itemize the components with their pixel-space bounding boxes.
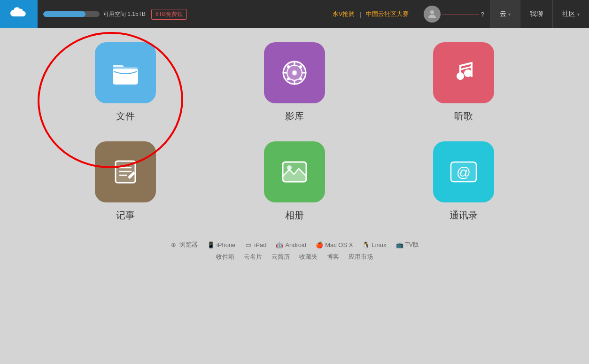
nav-divider: |: [359, 11, 361, 18]
bottom-links: ⊕ 浏览器 📱 iPhone ▭ iPad 🤖 Android 🍎 Mac OS…: [170, 240, 419, 261]
app-item-music[interactable]: 听歌: [417, 42, 511, 123]
link-appstore[interactable]: 应用市场: [349, 253, 373, 261]
music-note-icon: [447, 56, 480, 89]
link-browser[interactable]: ⊕ 浏览器: [170, 240, 198, 249]
nav-tabs: 云 ▾ 我聊 社区 ▾: [490, 0, 589, 28]
cloud-tab-arrow: ▾: [508, 12, 511, 17]
nav-link-promo2[interactable]: 中国云社区大赛: [366, 10, 409, 18]
app-item-media[interactable]: 影库: [248, 42, 341, 123]
media-icon: [264, 42, 325, 103]
user-name: ——————: [442, 11, 479, 18]
bottom-row-2: 收件箱 云名片 云简历 收藏夹 博客 应用市场: [216, 253, 373, 261]
tab-community[interactable]: 社区 ▾: [552, 0, 589, 28]
nav-links: 永V抢购 | 中国云社区大赛: [331, 10, 411, 18]
logo-area: [0, 0, 38, 28]
link-cloudcard[interactable]: 云名片: [244, 253, 262, 261]
link-iphone[interactable]: 📱 iPhone: [207, 241, 235, 248]
phone-icon: 📱: [207, 241, 215, 248]
avatar: [424, 6, 441, 23]
upgrade-button[interactable]: 8TB免费领: [151, 9, 187, 20]
notes-icon: [95, 141, 156, 202]
svg-point-12: [287, 65, 290, 68]
linux-icon: 🐧: [362, 241, 370, 248]
svg-point-14: [287, 77, 290, 80]
nav-link-promo1[interactable]: 永V抢购: [333, 10, 355, 18]
notes-label: 记事: [116, 209, 135, 222]
storage-area: 可用空间 1.15TB 8TB免费领: [43, 9, 187, 20]
edit-icon: [109, 155, 142, 188]
tablet-icon: ▭: [245, 241, 252, 248]
app-item-notes[interactable]: 记事: [78, 141, 172, 222]
storage-label: 可用空间 1.15TB: [103, 10, 146, 18]
globe-icon: ⊕: [170, 241, 178, 248]
link-favorites[interactable]: 收藏夹: [299, 253, 318, 261]
contacts-label: 通讯录: [450, 209, 478, 222]
user-question: ?: [481, 11, 484, 18]
contacts-icon: @: [433, 141, 494, 202]
photos-label: 相册: [285, 209, 304, 222]
files-label: 文件: [116, 110, 135, 123]
link-ipad[interactable]: ▭ iPad: [245, 241, 266, 248]
bottom-row-1: ⊕ 浏览器 📱 iPhone ▭ iPad 🤖 Android 🍎 Mac OS…: [170, 240, 419, 249]
svg-rect-4: [114, 70, 137, 84]
app-item-contacts[interactable]: @ 通讯录: [417, 141, 511, 222]
apple-icon: 🍎: [316, 241, 323, 248]
music-label: 听歌: [454, 110, 473, 123]
logo-icon: [8, 3, 30, 25]
main-content: 文件 影库: [0, 28, 589, 364]
photo-icon: [278, 155, 311, 188]
app-grid: 文件 影库: [78, 42, 511, 222]
svg-point-15: [299, 77, 302, 80]
svg-point-16: [292, 70, 297, 76]
tv-icon: 📺: [396, 241, 403, 248]
link-android[interactable]: 🤖 Android: [276, 241, 306, 248]
tab-chat[interactable]: 我聊: [520, 0, 552, 28]
community-tab-arrow: ▾: [577, 12, 580, 17]
link-macos[interactable]: 🍎 Mac OS X: [316, 241, 353, 248]
svg-text:@: @: [457, 164, 471, 180]
app-item-files[interactable]: 文件: [78, 42, 172, 123]
svg-point-13: [299, 65, 302, 68]
app-item-photos[interactable]: 相册: [248, 141, 341, 222]
svg-point-1: [430, 10, 434, 14]
link-blog[interactable]: 博客: [327, 253, 339, 261]
at-icon: @: [447, 155, 480, 188]
titlebar: 可用空间 1.15TB 8TB免费领 永V抢购 | 中国云社区大赛 ——————…: [0, 0, 589, 28]
link-inbox[interactable]: 收件箱: [216, 253, 234, 261]
storage-bar-fill: [43, 11, 85, 17]
storage-bar: [43, 11, 100, 17]
photos-icon: [264, 141, 325, 202]
link-cloudresume[interactable]: 云简历: [271, 253, 290, 261]
music-icon: [433, 42, 494, 103]
media-label: 影库: [285, 110, 304, 123]
svg-point-22: [287, 165, 292, 170]
link-tv[interactable]: 📺 TV版: [396, 240, 419, 249]
android-icon: 🤖: [276, 241, 283, 248]
film-icon: [278, 56, 311, 89]
files-icon: [95, 42, 156, 103]
link-linux[interactable]: 🐧 Linux: [362, 241, 386, 248]
avatar-icon: [426, 8, 438, 20]
tab-cloud[interactable]: 云 ▾: [490, 0, 520, 28]
user-area[interactable]: —————— ?: [418, 0, 490, 28]
folder-icon: [109, 56, 142, 89]
